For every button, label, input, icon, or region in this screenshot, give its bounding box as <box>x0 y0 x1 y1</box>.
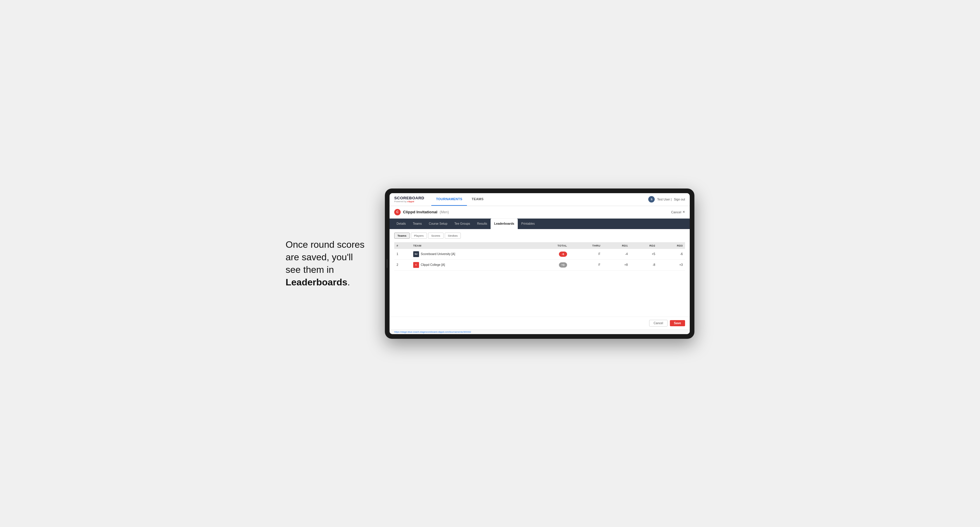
nav-links: TOURNAMENTS TEAMS <box>431 193 488 206</box>
url-bar: https://stage-blue-coach.stagescoreboard… <box>390 329 690 334</box>
tab-teams[interactable]: Teams <box>409 219 425 229</box>
logo-sub: Powered by clippd <box>394 200 424 203</box>
tournament-title-area: C Clippd Invitational (Men) <box>394 209 449 215</box>
team-logo-2: C <box>413 262 419 268</box>
rd2-cell-1: +5 <box>630 249 658 260</box>
sub-tab-teams[interactable]: Teams <box>394 233 410 239</box>
col-header-team: TEAM <box>411 242 532 249</box>
total-cell-1: -5 <box>532 249 570 260</box>
app-nav: SCOREBOARD Powered by clippd TOURNAMENTS… <box>390 193 690 206</box>
sidebar-description: Once round scores are saved, you'll see … <box>286 238 368 289</box>
cancel-button[interactable]: Cancel <box>649 320 667 327</box>
total-cell-2: +3 <box>532 259 570 270</box>
sub-tab-players[interactable]: Players <box>411 233 427 239</box>
table-row: 1 SU Scoreboard University [A] -5 F <box>394 249 685 260</box>
rd2-cell-2: -8 <box>630 259 658 270</box>
sub-tab-strokes[interactable]: Strokes <box>445 233 461 239</box>
col-header-rd3: RD3 <box>658 242 685 249</box>
col-header-rank: # <box>394 242 411 249</box>
col-header-rd2: RD2 <box>630 242 658 249</box>
team-name-1: Scoreboard University [A] <box>421 252 455 256</box>
save-button[interactable]: Save <box>670 320 685 326</box>
team-name-2: Clippd College [A] <box>421 263 445 267</box>
sub-tabs: Teams Players Scores Strokes <box>394 233 685 239</box>
nav-link-teams[interactable]: TEAMS <box>467 193 488 206</box>
tournament-name: Clippd Invitational <box>403 210 438 214</box>
tab-printables[interactable]: Printables <box>518 219 538 229</box>
tablet-notch <box>387 259 388 268</box>
tab-details[interactable]: Details <box>393 219 409 229</box>
tab-tee-groups[interactable]: Tee Groups <box>451 219 474 229</box>
tab-navigation: Details Teams Course Setup Tee Groups Re… <box>390 219 690 229</box>
col-header-thru: THRU <box>570 242 603 249</box>
rd3-cell-1: -6 <box>658 249 685 260</box>
user-avatar: S <box>648 196 655 203</box>
rd1-cell-2: +8 <box>603 259 630 270</box>
tab-leaderboards[interactable]: Leaderboards <box>491 219 518 229</box>
tab-results[interactable]: Results <box>474 219 491 229</box>
close-icon: ✕ <box>682 210 685 214</box>
team-name-cell: C Clippd College [A] <box>411 259 532 270</box>
nav-right: S Test User | Sign out <box>648 196 685 203</box>
score-badge-2: +3 <box>559 262 567 268</box>
tab-course-setup[interactable]: Course Setup <box>425 219 451 229</box>
rd1-cell-1: -4 <box>603 249 630 260</box>
tournament-cancel-button[interactable]: Cancel ✕ <box>671 210 685 214</box>
tournament-header: C Clippd Invitational (Men) Cancel ✕ <box>390 206 690 219</box>
thru-cell-2: F <box>570 259 603 270</box>
content-area: Teams Players Scores Strokes # TEAM TOTA… <box>390 229 690 317</box>
logo-title: SCOREBOARD <box>394 196 424 200</box>
leaderboard-table: # TEAM TOTAL THRU RD1 RD2 RD3 1 <box>394 242 685 270</box>
col-header-total: TOTAL <box>532 242 570 249</box>
sub-tab-scores[interactable]: Scores <box>428 233 444 239</box>
tablet-frame: SCOREBOARD Powered by clippd TOURNAMENTS… <box>385 189 694 339</box>
user-name: Test User | <box>657 198 671 201</box>
rank-cell: 2 <box>394 259 411 270</box>
tournament-icon: C <box>394 209 401 215</box>
nav-link-tournaments[interactable]: TOURNAMENTS <box>431 193 467 206</box>
rd3-cell-2: +3 <box>658 259 685 270</box>
team-name-cell: SU Scoreboard University [A] <box>411 249 532 260</box>
rank-cell: 1 <box>394 249 411 260</box>
sign-out-link[interactable]: Sign out <box>674 198 685 201</box>
tablet-screen: SCOREBOARD Powered by clippd TOURNAMENTS… <box>390 193 690 334</box>
table-row: 2 C Clippd College [A] +3 F <box>394 259 685 270</box>
logo-area: SCOREBOARD Powered by clippd <box>394 196 424 203</box>
thru-cell-1: F <box>570 249 603 260</box>
col-header-rd1: RD1 <box>603 242 630 249</box>
tournament-type: (Men) <box>440 210 449 214</box>
score-badge-1: -5 <box>559 252 567 257</box>
team-logo-1: SU <box>413 251 419 257</box>
content-footer: Cancel Save <box>390 317 690 329</box>
